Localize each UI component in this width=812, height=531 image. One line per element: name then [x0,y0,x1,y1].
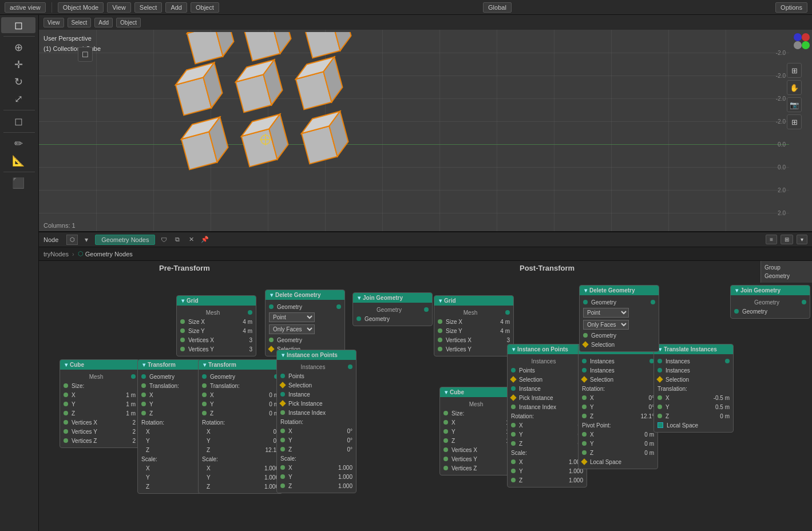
group-panel: Group Geometry [760,261,812,283]
cube1-header: ▾ Cube [60,360,139,370]
vp-select-btn[interactable]: Select [68,18,92,27]
node-transform2[interactable]: ▾ Transform Geometry Translation: [198,359,283,494]
scale-tool[interactable]: ⤢ [1,91,35,107]
object-mode-btn[interactable]: Object Mode [58,2,104,13]
node-iop2[interactable]: ▾ Instance on Points Instances Points [507,344,587,488]
measure-tool[interactable]: 📐 [1,153,35,169]
geometry-nodes-tab[interactable]: Geometry Nodes [95,235,155,245]
ne-type-icon[interactable]: ⬡ [66,235,78,245]
annotate-tool[interactable]: ✏ [1,136,35,152]
options-btn[interactable]: Options [775,2,807,13]
node-delete-geo2[interactable]: ▾ Delete Geometry Geometry Point [579,285,659,352]
grid1-header: ▾ Grid [177,296,256,306]
render-icon[interactable]: ⊞ [787,114,802,129]
node-grid1[interactable]: ▾ Grid Mesh Size X 4 m [176,295,256,356]
pan-icon[interactable]: ✋ [787,80,802,95]
breadcrumb-root[interactable]: tryNodes [43,251,69,257]
node-editor-header: Node ⬡ ▾ Geometry Nodes 🛡 ⧉ ✕ 📌 ≡ ⊞ ▾ [39,232,812,247]
node-cube1[interactable]: ▾ Cube Mesh Size: [60,359,140,448]
ne-options-btn[interactable]: ≡ [766,235,777,244]
pre-transform-label: Pre-Transform [159,264,210,272]
node-grid2[interactable]: ▾ Grid Mesh Size X 4 m [434,295,514,356]
add-menu[interactable]: Add [165,2,187,13]
ne-copy-icon[interactable]: ⧉ [172,235,183,245]
content-area: View Select Add Object [39,15,812,531]
delete-geo2-header: ▾ Delete Geometry [580,286,659,295]
vp-add-btn[interactable]: Add [94,18,113,27]
node-label: Node [43,236,58,243]
svg-marker-6 [304,32,340,58]
columns-info: Columns: 1 [43,222,76,229]
ne-dropdown2-btn[interactable]: ▾ [797,235,807,244]
node-translate-instances[interactable]: ▾ Translate Instances Instances Instance… [653,344,734,433]
vp-object-btn[interactable]: Object [116,18,141,27]
svg-marker-3 [244,32,280,61]
delete-geo2-mode-select[interactable]: Point [583,308,629,318]
viewport[interactable]: View Select Add Object [39,15,812,232]
delete-geo1-header: ▾ Delete Geometry [266,290,344,300]
cursor-tool[interactable]: ⊕ [1,39,35,56]
node-editor[interactable]: Node ⬡ ▾ Geometry Nodes 🛡 ⧉ ✕ 📌 ≡ ⊞ ▾ tr… [39,232,812,531]
iop2-header: ▾ Instance on Points [508,344,587,354]
join-geo1-header: ▾ Join Geometry [353,293,432,303]
object-menu[interactable]: Object [191,2,219,13]
delete-geo1-mode-select[interactable]: Point [269,312,315,322]
top-bar: active view Object Mode View Select Add … [0,0,812,15]
ne-close-icon[interactable]: ✕ [186,235,196,245]
node-delete-geo1[interactable]: ▾ Delete Geometry Geometry Point [265,290,345,356]
join-geo2-header: ▾ Join Geometry [731,286,810,295]
ne-pin-icon[interactable]: 📌 [200,235,210,245]
ne-shield-icon[interactable]: 🛡 [159,235,169,245]
viewport-right-icons: ⊞ ✋ 📷 ⊞ [787,33,810,129]
transform-btn[interactable]: Global [483,2,512,13]
viewport-header: View Select Add Object [39,15,812,30]
grid2-header: ▾ Grid [434,296,513,306]
breadcrumb-separator: › [72,251,74,257]
move-tool[interactable]: ✛ [1,57,35,73]
node-instance-on-points1[interactable]: ▾ Instance on Points Instances Points [276,350,357,493]
post-transform-label: Post-Transform [520,264,575,272]
breadcrumb-icon: ⬡ [78,250,84,257]
add-cube-tool[interactable]: ⬛ [1,175,35,191]
select-menu[interactable]: Select [134,2,163,13]
cube-scene [153,32,525,227]
view-menu[interactable]: View [107,2,131,13]
delete-geo1-domain-select[interactable]: Only Faces [269,324,315,334]
select-tool[interactable]: ◻ [1,17,35,33]
left-toolbar: ◻ ⊕ ✛ ↻ ⤢ ◻ ✏ 📐 ⬛ [0,15,39,531]
ne-breadcrumb: tryNodes › ⬡ Geometry Nodes [39,247,812,261]
iop1-header: ▾ Instance on Points [277,350,356,360]
ne-grid-btn[interactable]: ⊞ [781,235,793,244]
node-rotate-instances[interactable]: ▾ Rotate Instances Instances Instances [578,344,658,469]
active-view-btn[interactable]: active view [5,2,46,13]
ne-dropdown-icon[interactable]: ▾ [81,235,92,245]
node-join-geo1[interactable]: ▾ Join Geometry Geometry Geometry [352,292,433,326]
rotate-tool[interactable]: ↻ [1,74,35,90]
node-join-geo2[interactable]: ▾ Join Geometry Geometry Geometry [730,285,810,319]
ne-canvas[interactable]: Pre-Transform Post-Transform ▾ Cube Mesh [39,261,812,531]
transform2-header: ▾ Transform [199,360,282,370]
main-area: ◻ ⊕ ✛ ↻ ⤢ ◻ ✏ 📐 ⬛ View Select Add Object [0,15,812,531]
view-icon[interactable]: ☐ [78,47,93,62]
breadcrumb-item: Geometry Nodes [85,251,133,257]
camera-icon[interactable]: 📷 [787,97,802,112]
delete-geo2-domain-select[interactable]: Only Faces [583,320,629,330]
vp-view-btn[interactable]: View [43,18,64,27]
transform-tool[interactable]: ◻ [1,113,35,129]
translate-inst-header: ▾ Translate Instances [654,344,733,354]
zoom-icon[interactable]: ⊞ [787,63,802,78]
